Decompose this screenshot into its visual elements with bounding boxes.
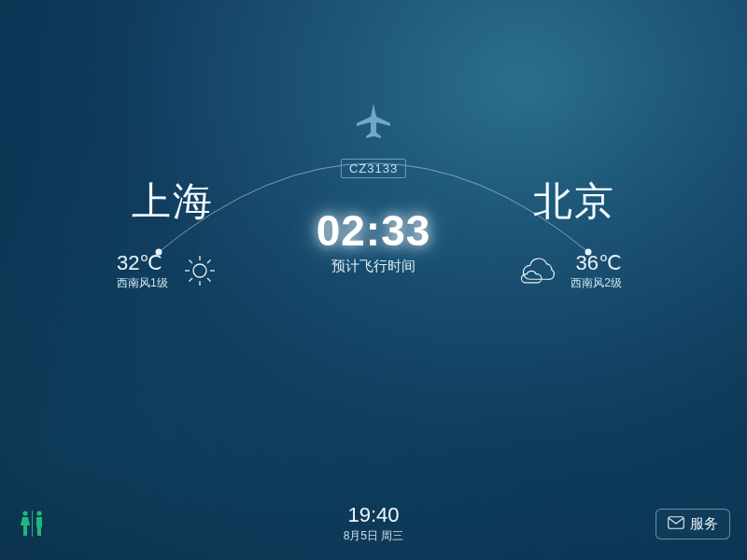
service-button[interactable]: 服务: [655, 509, 730, 539]
destination-city: 北京: [509, 175, 640, 228]
origin-city: 上海: [107, 175, 238, 228]
destination-wind: 西南风2级: [571, 277, 622, 289]
eta-label: 预计飞行时间: [317, 258, 431, 275]
svg-point-12: [36, 511, 41, 515]
destination-weather: 36℃ 西南风2级: [516, 252, 622, 289]
origin-temperature: 32℃: [117, 252, 168, 274]
cloud-icon: [516, 252, 561, 289]
sun-icon: [177, 252, 222, 289]
origin-wind: 西南风1级: [117, 277, 168, 289]
svg-line-9: [207, 260, 211, 264]
destination-temperature: 36℃: [576, 252, 622, 274]
airplane-icon: [353, 101, 394, 146]
origin-weather: 32℃ 西南风1级: [117, 252, 222, 289]
service-label: 服务: [690, 515, 718, 533]
svg-point-11: [22, 511, 27, 515]
current-time: 19:40: [344, 503, 404, 527]
svg-line-8: [207, 278, 211, 282]
destination-block: 北京: [509, 175, 640, 228]
restroom-icon[interactable]: [17, 508, 49, 539]
eta-block: 02:33 预计飞行时间: [317, 205, 431, 275]
flight-info-panel: CZ3133 上海 北京 32℃ 西南风1级: [0, 112, 747, 355]
mail-icon: [668, 516, 684, 532]
origin-block: 上海: [107, 175, 238, 228]
eta-time: 02:33: [317, 205, 431, 256]
svg-point-2: [193, 264, 206, 277]
clock-block: 19:40 8月5日 周三: [344, 503, 404, 544]
svg-rect-14: [669, 516, 684, 528]
current-date: 8月5日 周三: [344, 528, 404, 544]
status-bar: 19:40 8月5日 周三 服务: [0, 500, 747, 547]
flight-number-badge: CZ3133: [341, 159, 406, 178]
svg-line-10: [189, 278, 192, 282]
svg-line-7: [189, 260, 192, 264]
